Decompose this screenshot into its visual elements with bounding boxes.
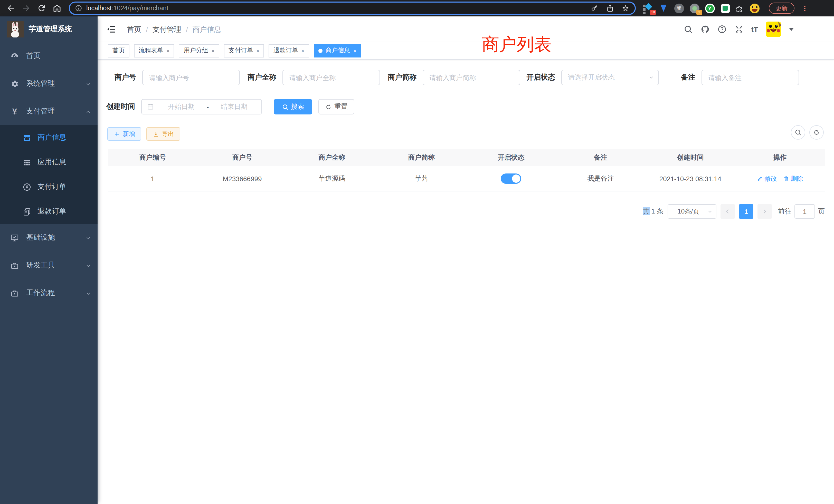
y-glyph: Y bbox=[706, 4, 714, 12]
browser-menu-icon[interactable]: ⋮ bbox=[801, 3, 808, 14]
status-select[interactable]: 请选择开启状态 bbox=[561, 70, 659, 85]
tab-user-group[interactable]: 用户分组× bbox=[179, 44, 219, 57]
add-button[interactable]: 新增 bbox=[107, 127, 141, 141]
sidebar-item-refund-order[interactable]: 退款订单 bbox=[0, 199, 97, 224]
reset-button[interactable]: 重置 bbox=[319, 99, 354, 114]
sidebar-item-payment[interactable]: ¥ 支付管理 bbox=[0, 97, 97, 125]
goto-page-input[interactable] bbox=[794, 204, 815, 219]
sidebar-item-label: 支付管理 bbox=[26, 107, 55, 116]
chevron-down-icon bbox=[85, 234, 91, 241]
avatar-caret-icon[interactable] bbox=[789, 28, 794, 31]
next-page-button[interactable] bbox=[758, 204, 772, 219]
table-row: 1 M233666999 芋道源码 芋艿 我是备注 2021-10-23 08:… bbox=[108, 166, 825, 191]
tab-home[interactable]: 首页 bbox=[108, 44, 129, 57]
status-toggle[interactable] bbox=[501, 174, 522, 184]
search-icon bbox=[794, 129, 802, 136]
extension-camera-icon[interactable]: 1 bbox=[689, 3, 699, 13]
export-button[interactable]: 导出 bbox=[146, 127, 180, 141]
breadcrumb-home[interactable]: 首页 bbox=[127, 25, 141, 35]
toggle-search-button[interactable] bbox=[791, 125, 805, 140]
browser-reload-icon[interactable] bbox=[37, 3, 46, 13]
sidebar-item-dev-tools[interactable]: 研发工具 bbox=[0, 251, 97, 279]
browser-back-icon[interactable] bbox=[6, 3, 16, 13]
help-icon[interactable] bbox=[718, 25, 727, 34]
extension-diamond-icon[interactable]: 10 bbox=[643, 3, 653, 13]
site-info-icon[interactable] bbox=[75, 5, 82, 12]
filter-remark: 备注 bbox=[664, 70, 799, 85]
password-key-icon[interactable] bbox=[591, 4, 599, 12]
app-title: 芋道管理系统 bbox=[29, 25, 72, 34]
tab-label: 支付订单 bbox=[228, 46, 253, 55]
sidebar-collapse-icon[interactable] bbox=[106, 24, 116, 35]
sidebar-item-label: 系统管理 bbox=[26, 79, 55, 88]
sidebar-item-label: 应用信息 bbox=[38, 158, 66, 167]
reset-button-label: 重置 bbox=[334, 102, 348, 111]
sidebar-item-merchant-info[interactable]: 商户信息 bbox=[0, 125, 97, 150]
sidebar-item-infrastructure[interactable]: 基础设施 bbox=[0, 224, 97, 251]
full-name-input[interactable] bbox=[282, 70, 380, 85]
search-button-label: 搜索 bbox=[291, 102, 304, 111]
sidebar-item-label: 研发工具 bbox=[26, 261, 55, 270]
refresh-table-button[interactable] bbox=[809, 125, 824, 140]
tab-refund-order[interactable]: 退款订单× bbox=[269, 44, 309, 57]
screen: localhost:1024/pay/merchant 10 ⌘ bbox=[0, 0, 834, 504]
edit-link[interactable]: 修改 bbox=[757, 174, 777, 183]
extension-y-icon[interactable]: Y bbox=[705, 3, 715, 13]
tab-process-form[interactable]: 流程表单× bbox=[134, 44, 174, 57]
extension-drop-icon[interactable] bbox=[658, 3, 668, 13]
chat-glyph bbox=[723, 6, 728, 11]
address-bar[interactable]: localhost:1024/pay/merchant bbox=[69, 2, 636, 15]
dashboard-icon bbox=[10, 51, 19, 60]
extension-chat-icon[interactable] bbox=[720, 3, 730, 13]
header-search-icon[interactable] bbox=[683, 25, 693, 34]
bookmark-star-icon[interactable] bbox=[621, 4, 630, 12]
tab-label: 流程表单 bbox=[139, 46, 163, 55]
fullscreen-icon[interactable] bbox=[734, 25, 744, 34]
chat-square bbox=[721, 4, 729, 13]
filter-status: 开启状态 请选择开启状态 bbox=[524, 70, 659, 85]
filter-label: 备注 bbox=[664, 73, 695, 82]
user-avatar[interactable] bbox=[766, 22, 781, 37]
status-select-placeholder: 请选择开启状态 bbox=[568, 73, 615, 82]
browser-home-icon[interactable] bbox=[52, 3, 62, 13]
delete-link[interactable]: 删除 bbox=[783, 174, 803, 183]
extension-command-icon[interactable]: ⌘ bbox=[674, 3, 684, 13]
sidebar-item-workflow[interactable]: 工作流程 bbox=[0, 279, 97, 307]
sidebar-item-app-info[interactable]: 应用信息 bbox=[0, 150, 97, 175]
merchant-no-input[interactable] bbox=[142, 70, 240, 85]
tab-close-icon[interactable]: × bbox=[353, 47, 357, 54]
page-size-select[interactable]: 10条/页 bbox=[667, 204, 717, 219]
tab-pay-order[interactable]: 支付订单× bbox=[224, 44, 264, 57]
goto-unit: 页 bbox=[818, 207, 825, 216]
tab-close-icon[interactable]: × bbox=[167, 47, 170, 54]
page-number-1[interactable]: 1 bbox=[739, 204, 753, 219]
sidebar-item-pay-order[interactable]: 支付订单 bbox=[0, 175, 97, 199]
filter-label: 开启状态 bbox=[524, 73, 555, 82]
tab-close-icon[interactable]: × bbox=[211, 47, 215, 54]
cell-merchant-id: 1 bbox=[108, 166, 197, 191]
breadcrumb-payment[interactable]: 支付管理 bbox=[153, 25, 181, 35]
profile-emoji-icon[interactable] bbox=[749, 3, 760, 13]
short-name-input[interactable] bbox=[423, 70, 520, 85]
github-icon[interactable] bbox=[701, 25, 710, 34]
share-icon[interactable] bbox=[606, 4, 614, 12]
tab-close-icon[interactable]: × bbox=[256, 47, 260, 54]
chevron-right-icon bbox=[762, 208, 768, 214]
remark-input[interactable] bbox=[702, 70, 799, 85]
tab-close-icon[interactable]: × bbox=[301, 47, 305, 54]
browser-forward-icon[interactable] bbox=[22, 3, 31, 13]
prev-page-button[interactable] bbox=[721, 204, 735, 219]
tab-merchant-info[interactable]: 商户信息× bbox=[314, 44, 361, 57]
app-logo-row[interactable]: 芋道管理系统 bbox=[0, 17, 97, 42]
extension-badge-10: 10 bbox=[650, 10, 656, 15]
delete-label: 删除 bbox=[791, 174, 803, 183]
search-button[interactable]: 搜索 bbox=[274, 99, 312, 114]
extensions-puzzle-icon[interactable] bbox=[736, 4, 744, 13]
font-size-icon[interactable]: tT bbox=[751, 25, 758, 33]
date-range-picker[interactable]: 开始日期 - 结束日期 bbox=[141, 99, 262, 114]
col-status: 开启状态 bbox=[466, 149, 556, 166]
sidebar-item-home[interactable]: 首页 bbox=[0, 42, 97, 70]
browser-update-button[interactable]: 更新 bbox=[769, 3, 794, 14]
chevron-down-icon bbox=[85, 262, 91, 269]
sidebar-item-system[interactable]: 系统管理 bbox=[0, 70, 97, 97]
